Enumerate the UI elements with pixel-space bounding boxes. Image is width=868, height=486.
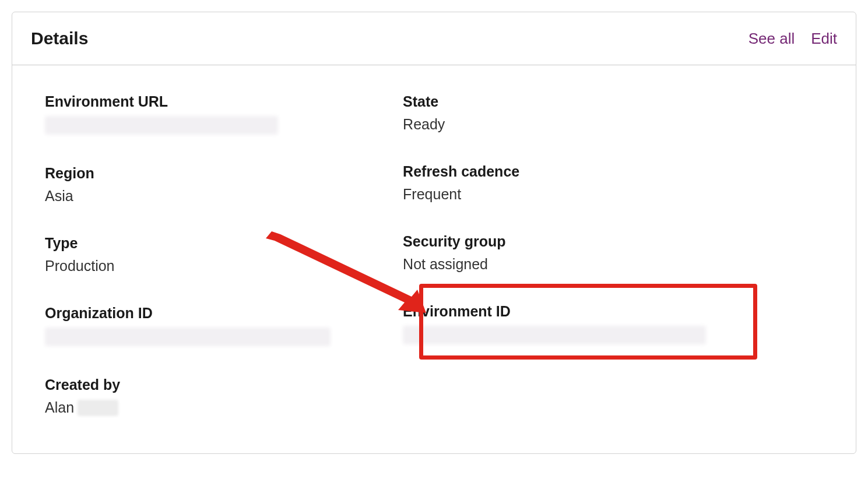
card-body: Environment URL Region Asia Type Product… [12,65,856,453]
refresh-cadence-label: Refresh cadence [403,163,823,180]
created-by-field: Created by Alan [45,376,403,416]
organization-id-field: Organization ID [45,305,403,346]
created-by-label: Created by [45,376,403,393]
card-title: Details [31,29,88,48]
type-field: Type Production [45,235,403,274]
details-card: Details See all Edit Environment URL Reg… [12,12,856,454]
created-by-value: Alan [45,399,403,416]
state-field: State Ready [403,93,823,133]
security-group-value: Not assigned [403,256,823,273]
created-by-lastname-redacted [78,400,118,416]
security-group-field: Security group Not assigned [403,233,823,273]
organization-id-value-redacted [45,327,331,346]
left-column: Environment URL Region Asia Type Product… [45,93,403,416]
card-actions: See all Edit [748,30,837,48]
see-all-button[interactable]: See all [748,30,795,48]
type-value: Production [45,258,403,274]
environment-id-value-redacted [403,326,706,344]
edit-button[interactable]: Edit [811,30,837,48]
environment-id-field: Environment ID [403,303,823,344]
region-label: Region [45,165,403,182]
environment-url-field: Environment URL [45,93,403,135]
state-value: Ready [403,116,823,133]
type-label: Type [45,235,403,252]
security-group-label: Security group [403,233,823,250]
card-header: Details See all Edit [12,12,856,65]
region-field: Region Asia [45,165,403,205]
organization-id-label: Organization ID [45,305,403,322]
region-value: Asia [45,188,403,205]
environment-id-label: Environment ID [403,303,823,320]
right-column: State Ready Refresh cadence Frequent Sec… [403,93,823,416]
environment-url-label: Environment URL [45,93,403,110]
refresh-cadence-field: Refresh cadence Frequent [403,163,823,203]
environment-url-value-redacted [45,116,278,135]
refresh-cadence-value: Frequent [403,186,823,203]
state-label: State [403,93,823,110]
created-by-firstname: Alan [45,399,74,416]
